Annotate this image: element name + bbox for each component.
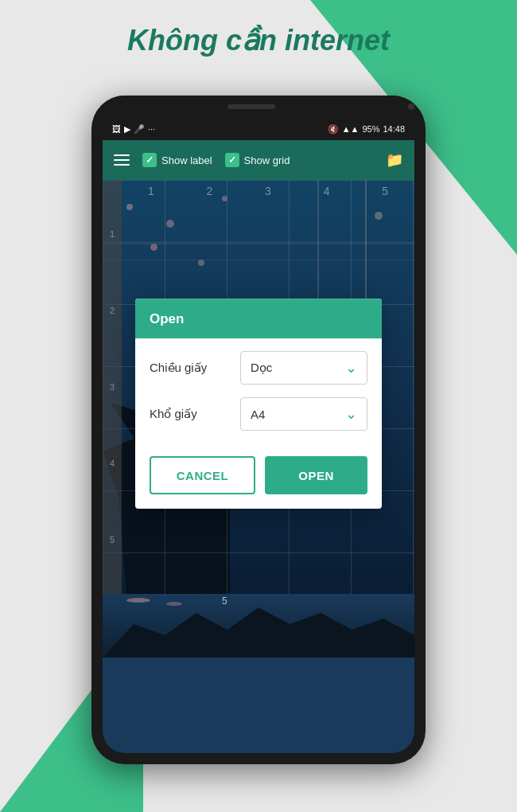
bottom-photo-strip: 5 bbox=[103, 594, 414, 658]
mic-status-icon: 🎤 bbox=[134, 124, 145, 135]
show-label-checkbox[interactable]: Show label bbox=[142, 153, 212, 167]
show-grid-check-mark bbox=[225, 153, 239, 167]
phone-top-bar bbox=[103, 96, 414, 118]
cancel-button[interactable]: CANCEL bbox=[150, 456, 255, 494]
bottom-tree-silhouette bbox=[103, 602, 414, 658]
show-grid-checkbox[interactable]: Show grid bbox=[225, 153, 290, 167]
phone-speaker bbox=[227, 104, 275, 109]
hamburger-line-1 bbox=[114, 154, 130, 156]
dialog-title: Open bbox=[150, 311, 367, 327]
paper-orientation-chevron-icon: ⌄ bbox=[345, 359, 357, 377]
image-status-icon: 🖼 bbox=[112, 124, 121, 134]
status-left-icons: 🖼 ▶ 🎤 ··· bbox=[112, 124, 155, 135]
phone-camera bbox=[408, 103, 414, 110]
show-label-check-mark bbox=[142, 153, 157, 167]
paper-size-label: Khổ giấy bbox=[150, 407, 197, 421]
hamburger-menu-icon[interactable] bbox=[114, 154, 130, 166]
dialog-buttons: CANCEL OPEN bbox=[135, 456, 382, 509]
battery-icon: 95% bbox=[362, 124, 379, 134]
phone-screen: 🖼 ▶ 🎤 ··· 🔇 ▲▲ 95% 14:48 Show label bbox=[103, 118, 414, 753]
paper-size-value: A4 bbox=[251, 408, 265, 421]
paper-size-chevron-icon: ⌄ bbox=[345, 405, 357, 423]
dialog-header: Open bbox=[135, 299, 382, 338]
play-status-icon: ▶ bbox=[124, 124, 130, 135]
paper-orientation-value: Dọc bbox=[251, 361, 272, 375]
page-title: Không cần internet bbox=[0, 24, 517, 57]
photo-grid-area: 1 2 3 4 5 1 2 3 4 5 Open bbox=[103, 180, 414, 594]
app-toolbar: Show label Show grid 📁 bbox=[103, 140, 414, 180]
hamburger-line-2 bbox=[114, 159, 130, 161]
paper-size-select[interactable]: A4 ⌄ bbox=[240, 397, 367, 431]
signal-icon: ▲▲ bbox=[342, 124, 360, 134]
open-dialog: Open Chiều giấy Dọc ⌄ bbox=[135, 299, 382, 509]
hamburger-line-3 bbox=[114, 164, 130, 166]
status-right-icons: 🔇 ▲▲ 95% 14:48 bbox=[328, 124, 405, 135]
status-bar: 🖼 ▶ 🎤 ··· 🔇 ▲▲ 95% 14:48 bbox=[103, 118, 414, 140]
paper-orientation-select[interactable]: Dọc ⌄ bbox=[240, 351, 367, 385]
paper-orientation-label: Chiều giấy bbox=[150, 361, 207, 375]
folder-icon[interactable]: 📁 bbox=[386, 151, 403, 169]
paper-orientation-row: Chiều giấy Dọc ⌄ bbox=[150, 351, 367, 385]
bottom-row-num-5: 5 bbox=[222, 595, 227, 607]
bottom-blossom-2 bbox=[166, 602, 182, 606]
show-grid-text: Show grid bbox=[244, 154, 290, 166]
paper-size-row: Khổ giấy A4 ⌄ bbox=[150, 397, 367, 431]
dialog-body: Chiều giấy Dọc ⌄ Khổ giấy A4 ⌄ bbox=[135, 338, 382, 456]
show-label-text: Show label bbox=[161, 154, 212, 166]
open-button[interactable]: OPEN bbox=[265, 456, 367, 494]
bottom-blossom-1 bbox=[126, 598, 150, 603]
clock: 14:48 bbox=[383, 124, 405, 134]
dots-status-icon: ··· bbox=[148, 124, 155, 134]
dialog-overlay: Open Chiều giấy Dọc ⌄ bbox=[103, 180, 414, 594]
mute-icon: 🔇 bbox=[328, 124, 339, 135]
phone-frame: 🖼 ▶ 🎤 ··· 🔇 ▲▲ 95% 14:48 Show label bbox=[91, 96, 426, 764]
